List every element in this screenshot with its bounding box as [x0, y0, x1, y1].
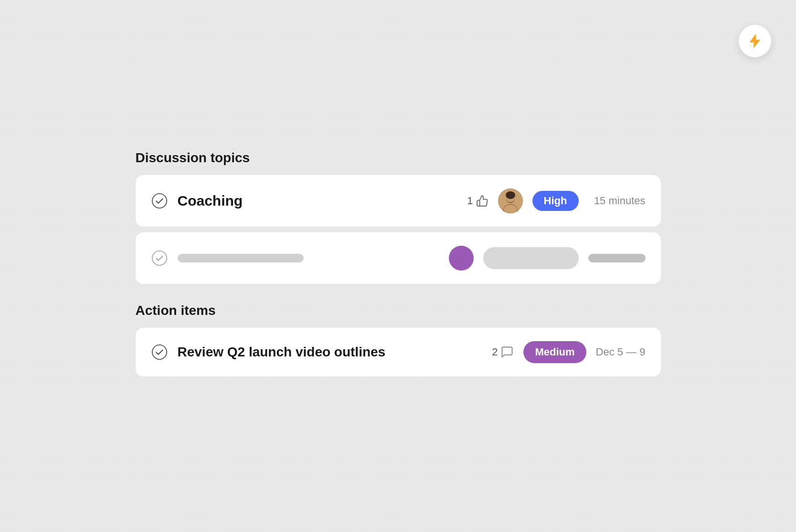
priority-badge-high[interactable]: High [532, 191, 579, 211]
user-avatar-coaching [498, 188, 523, 213]
redacted-priority-badge [483, 247, 579, 269]
coaching-topic-name: Coaching [178, 193, 462, 209]
discussion-item-redacted [136, 232, 661, 284]
check-icon-review-q2[interactable] [151, 344, 168, 361]
redacted-text-bar [178, 254, 304, 262]
discussion-item-coaching[interactable]: Coaching 1 [136, 175, 661, 227]
discussion-section: Discussion topics Coaching 1 [136, 150, 661, 284]
check-icon-redacted[interactable] [151, 250, 168, 267]
discussion-section-title: Discussion topics [136, 150, 661, 166]
action-items-section-title: Action items [136, 303, 661, 318]
svg-point-5 [506, 191, 515, 199]
comment-icon [500, 345, 514, 359]
svg-point-8 [152, 344, 166, 359]
svg-point-7 [152, 250, 166, 265]
review-q2-name: Review Q2 launch video outlines [178, 344, 479, 360]
coaching-like-group[interactable]: 1 [467, 195, 488, 207]
action-item-review-q2[interactable]: Review Q2 launch video outlines 2 Medium… [136, 328, 661, 376]
coaching-duration: 15 minutes [588, 195, 646, 207]
review-q2-date-range: Dec 5 — 9 [596, 346, 646, 358]
redacted-avatar [449, 246, 474, 271]
check-icon-coaching[interactable] [151, 192, 168, 209]
redacted-duration-bar [588, 254, 646, 262]
svg-point-0 [152, 193, 166, 208]
thumbs-up-icon [476, 195, 488, 207]
lightning-button[interactable] [739, 25, 771, 57]
coaching-topic-row: Coaching 1 [178, 193, 488, 209]
comment-count-review-q2: 2 [492, 346, 498, 358]
main-container: Discussion topics Coaching 1 [136, 131, 661, 401]
priority-badge-medium[interactable]: Medium [523, 341, 586, 363]
comment-group-review-q2[interactable]: 2 [492, 345, 514, 359]
action-items-section: Action items Review Q2 launch video outl… [136, 303, 661, 376]
coaching-like-count: 1 [467, 195, 473, 207]
lightning-icon [747, 33, 763, 49]
